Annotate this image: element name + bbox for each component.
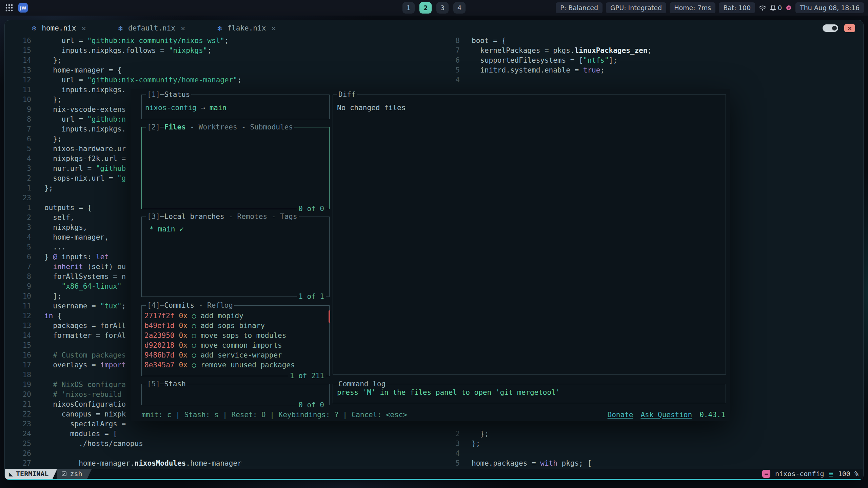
code-text: home-manager, [31, 233, 109, 241]
lazygit-diff-panel[interactable]: Diff No changed files [333, 95, 726, 374]
code-line[interactable]: 13 home-manager = { [5, 65, 459, 75]
code-token: }; [472, 440, 480, 448]
code-line[interactable]: 25 ./hosts/canopus [5, 439, 459, 449]
commit-hash: 2a23950 [144, 331, 175, 341]
code-line[interactable]: 14 }; [5, 56, 459, 65]
editor-pane-right[interactable]: 8boot = {7 kernelPackages = pkgs.linuxPa… [442, 36, 856, 85]
lazygit-keybindings-bar: mmit: c | Stash: s | Reset: D | Keybindi… [141, 410, 725, 420]
tab-close-icon[interactable]: × [181, 24, 185, 33]
panel-tab-commits[interactable]: Commits [164, 301, 195, 309]
code-token: self, [44, 214, 75, 222]
commit-row[interactable]: 9486b7d0x○add service-wrapper [144, 350, 329, 360]
code-token: ; [237, 76, 242, 84]
code-text: # 'nixos-rebuild [31, 390, 122, 399]
panel-tab-remotes[interactable]: Remotes [237, 212, 268, 221]
workspace-button-1[interactable]: 1 [402, 2, 415, 14]
notifications-indicator[interactable]: 0 [770, 4, 782, 12]
shell-segment[interactable]: zsh [57, 469, 87, 479]
tab-close-icon[interactable]: × [271, 24, 276, 33]
panel-tab-command-log[interactable]: Command log [338, 380, 386, 388]
code-token: # NixOS configura [44, 381, 126, 389]
commit-row[interactable]: d9202180x○move common imports [144, 341, 329, 350]
code-token: with [540, 459, 557, 467]
desktop: { "topbar": { "app_badge": "JW", "worksp… [0, 0, 868, 488]
line-number: 9 [5, 105, 31, 115]
line-number: 15 [5, 341, 31, 350]
code-line[interactable]: 2 }; [442, 429, 856, 439]
window-pin-toggle[interactable] [823, 24, 838, 32]
ask-question-link[interactable]: Ask Question [640, 410, 692, 420]
code-line[interactable]: 3}; [442, 439, 856, 449]
editor-pane-right-bottom[interactable]: 2 };3};45home.packages = with pkgs; [ [442, 429, 856, 468]
code-line[interactable]: 26 [5, 449, 459, 459]
lazygit-branches-panel[interactable]: [3]─Local branches - Remotes - Tags * ma… [141, 217, 330, 297]
code-token: nix-vscode-extens [44, 105, 126, 114]
panel-tab-status[interactable]: Status [164, 90, 190, 99]
panel-tab-diff[interactable]: Diff [338, 90, 356, 99]
commit-row[interactable]: 2a239500x○move sops to modules [144, 331, 329, 341]
window-close-button[interactable]: × [844, 24, 855, 32]
commit-row[interactable]: 8e345a70x○remove unused packages [144, 360, 329, 370]
workspace-button-3[interactable]: 3 [436, 2, 449, 14]
code-text [31, 341, 44, 349]
network-icon[interactable] [758, 4, 767, 11]
focused-app-badge[interactable]: JW [18, 3, 28, 13]
code-line[interactable]: 8boot = { [442, 36, 856, 46]
commit-message: add mopidy [200, 311, 243, 321]
color-picker-icon[interactable] [785, 4, 792, 11]
code-text: modules = [ [31, 430, 117, 438]
panel-tab-reflog[interactable]: Reflog [207, 301, 233, 309]
editor-tab[interactable]: ❄flake.nix× [217, 24, 276, 33]
line-number: 14 [5, 331, 31, 341]
lazygit-command-log-panel[interactable]: Command log press 'M' in the files panel… [333, 384, 726, 403]
panel-tab-stash[interactable]: Stash [164, 380, 186, 388]
panel-tab-files[interactable]: Files [164, 123, 186, 131]
lazygit-stash-panel[interactable]: [5]─Stash 0 of 0 [141, 384, 330, 405]
panel-tab-worktrees[interactable]: Worktrees [199, 123, 237, 131]
code-text: in { [31, 312, 62, 320]
commit-row[interactable]: b49ef1d0x○add sops binary [144, 321, 329, 331]
line-number: 3 [5, 164, 31, 174]
code-token: supportedFilesystems = [ [472, 56, 583, 64]
code-line[interactable]: 4 [442, 75, 856, 85]
lazygit-files-panel[interactable]: [2]─Files - Worktrees - Submodules 0 of … [141, 127, 330, 209]
terminal-status-bar: ◣ TERMINAL zsh nixos-config ≣ 100 % [5, 469, 863, 479]
code-line[interactable]: 12 url = "github:nix-community/home-mana… [5, 75, 459, 85]
code-line[interactable]: 16 url = "github:nix-community/nixos-wsl… [5, 36, 459, 46]
code-text: url = "github:nix-community/nixos-wsl"; [31, 37, 229, 45]
code-line[interactable]: 4 [442, 449, 856, 459]
code-line[interactable]: 15 inputs.nixpkgs.follows = "nixpkgs"; [5, 46, 459, 56]
workspace-button-4[interactable]: 4 [453, 2, 466, 14]
line-number: 25 [5, 439, 31, 449]
commit-message: remove unused packages [200, 360, 295, 370]
code-text: nix-vscode-extens [31, 105, 126, 114]
code-token: boot = { [472, 37, 506, 45]
commits-scrollbar[interactable] [329, 310, 330, 323]
line-number: 2 [5, 213, 31, 223]
commit-author: 0x [179, 311, 188, 321]
line-number: 4 [442, 449, 460, 459]
commit-row[interactable]: 2717f2f0x○add mopidy [144, 311, 329, 321]
code-line[interactable]: 5home.packages = with pkgs; [ [442, 459, 856, 468]
workspace-button-2[interactable]: 2 [419, 2, 432, 14]
code-token: "ntfs" [583, 56, 609, 64]
editor-tab[interactable]: ❄home.nix× [32, 24, 86, 33]
code-line[interactable]: 24 modules = [ [5, 429, 459, 439]
code-line[interactable]: 7 kernelPackages = pkgs.linuxPackages_ze… [442, 46, 856, 56]
lazygit-status-panel[interactable]: [1]─Status nixos-config → main [141, 95, 330, 119]
lazygit-commits-panel[interactable]: [4]─Commits - Reflog 2717f2f0x○add mopid… [141, 305, 330, 376]
donate-link[interactable]: Donate [608, 410, 633, 420]
code-line[interactable]: 27 home-manager.nixosModules.home-manage… [5, 459, 459, 468]
code-token: "github [96, 164, 126, 172]
tab-close-icon[interactable]: × [81, 24, 86, 33]
code-text: inputs.nixpkgs. [31, 86, 126, 94]
editor-tabs: ❄home.nix×❄default.nix×❄flake.nix× [32, 24, 308, 33]
code-text: nixpkgs-f2k.url = [31, 155, 126, 163]
code-line[interactable]: 6 supportedFilesystems = ["ntfs"]; [442, 56, 856, 65]
panel-tab-local-branches[interactable]: Local branches [164, 212, 224, 221]
editor-tab[interactable]: ❄default.nix× [118, 24, 185, 33]
panel-tab-tags[interactable]: Tags [280, 212, 297, 221]
code-line[interactable]: 5 initrd.systemd.enable = true; [442, 65, 856, 75]
app-launcher-icon[interactable] [5, 3, 14, 12]
panel-tab-submodules[interactable]: Submodules [250, 123, 293, 131]
